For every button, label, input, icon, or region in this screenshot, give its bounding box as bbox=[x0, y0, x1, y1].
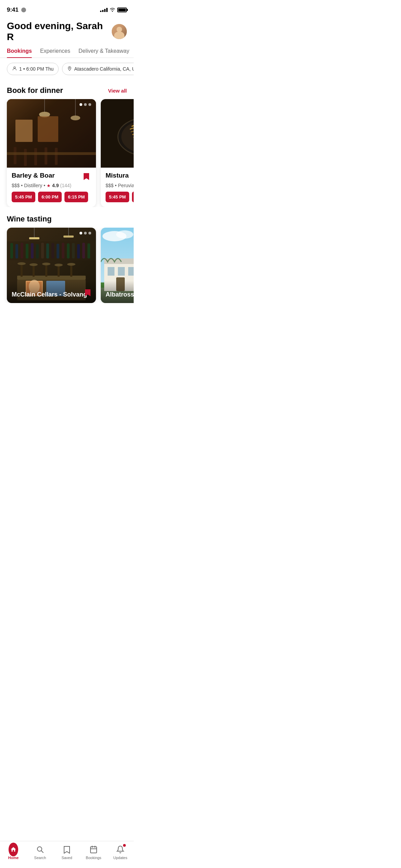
category-tabs: Bookings Experiences Delivery & Takeaway bbox=[0, 48, 134, 58]
restaurant-card-mistura[interactable]: Mistura $$$ • Peruvian • ★ 4.8 bbox=[101, 99, 134, 207]
tab-delivery[interactable]: Delivery & Takeaway bbox=[78, 48, 129, 58]
svg-rect-49 bbox=[51, 243, 54, 258]
wifi-icon bbox=[110, 7, 115, 13]
restaurant-card-barley-boar[interactable]: Barley & Boar $$$ • Distillery • ★ bbox=[7, 99, 96, 207]
mistura-meta: $$$ • Peruvian • ★ 4.8 bbox=[106, 183, 134, 188]
svg-rect-44 bbox=[26, 244, 28, 258]
wine-section-header: Wine tasting bbox=[0, 212, 134, 228]
mcclain-image: McClain Cellars - Solvang bbox=[7, 228, 96, 303]
svg-rect-41 bbox=[10, 243, 13, 258]
svg-point-0 bbox=[14, 67, 15, 69]
wine-card-albatross[interactable]: Albatross Rid... bbox=[101, 228, 134, 303]
svg-point-77 bbox=[116, 230, 133, 239]
barley-boar-image bbox=[7, 99, 96, 168]
status-icons bbox=[100, 7, 127, 13]
barley-boar-bookmark[interactable] bbox=[82, 172, 91, 181]
svg-rect-55 bbox=[82, 243, 85, 258]
header: Good evening, Sarah R bbox=[0, 17, 134, 48]
svg-rect-52 bbox=[67, 243, 70, 258]
svg-rect-43 bbox=[21, 243, 23, 258]
svg-point-31 bbox=[42, 263, 50, 265]
svg-point-1 bbox=[69, 67, 70, 68]
dinner-view-all[interactable]: View all bbox=[108, 88, 127, 94]
guests-filter[interactable]: 1 • 6:00 PM Thu bbox=[7, 63, 59, 75]
dinner-section: Book for dinner View all bbox=[0, 80, 134, 208]
svg-rect-72 bbox=[128, 267, 134, 276]
tab-bookings[interactable]: Bookings bbox=[7, 48, 32, 58]
svg-rect-28 bbox=[33, 265, 35, 277]
albatross-name: Albatross Rid... bbox=[106, 291, 134, 298]
barley-boar-meta: $$$ • Distillery • ★ 4.9 (144) bbox=[12, 183, 91, 188]
svg-rect-48 bbox=[46, 243, 49, 258]
tab-experiences[interactable]: Experiences bbox=[40, 48, 70, 58]
svg-rect-15 bbox=[7, 99, 96, 168]
mistura-name: Mistura bbox=[106, 172, 129, 179]
svg-point-27 bbox=[17, 262, 26, 265]
svg-rect-26 bbox=[21, 264, 23, 277]
wine-cards: McClain Cellars - Solvang bbox=[0, 228, 134, 303]
svg-rect-30 bbox=[45, 264, 47, 277]
dinner-cards: Barley & Boar $$$ • Distillery • ★ bbox=[0, 99, 134, 207]
svg-point-33 bbox=[54, 264, 63, 266]
filter-row: 1 • 6:00 PM Thu Atascadero California, C… bbox=[0, 58, 134, 80]
svg-rect-45 bbox=[31, 243, 34, 258]
svg-rect-50 bbox=[57, 244, 59, 258]
svg-rect-58 bbox=[29, 237, 39, 239]
barley-boar-name: Barley & Boar bbox=[12, 172, 55, 179]
barley-boar-times: 5:45 PM 6:00 PM 6:15 PM bbox=[12, 192, 91, 202]
status-time: 9:41 bbox=[7, 7, 26, 13]
person-icon bbox=[12, 66, 17, 72]
mistura-times: 5:45 PM 6:15 PM bbox=[106, 192, 134, 202]
mcclain-name: McClain Cellars - Solvang bbox=[12, 291, 87, 298]
battery-icon bbox=[117, 8, 127, 12]
svg-rect-32 bbox=[58, 265, 60, 277]
svg-rect-60 bbox=[63, 236, 74, 238]
status-dot bbox=[21, 8, 26, 12]
svg-rect-46 bbox=[36, 244, 39, 258]
svg-rect-47 bbox=[41, 243, 44, 258]
avatar[interactable] bbox=[112, 24, 127, 39]
svg-rect-51 bbox=[62, 243, 64, 258]
time-slot-545[interactable]: 5:45 PM bbox=[12, 192, 35, 202]
svg-rect-71 bbox=[118, 267, 125, 276]
dinner-section-title: Book for dinner bbox=[7, 86, 63, 95]
status-bar: 9:41 bbox=[0, 0, 134, 17]
svg-rect-24 bbox=[17, 276, 86, 280]
mistura-image bbox=[101, 99, 134, 168]
location-pin-icon bbox=[67, 66, 72, 72]
mistura-time-545[interactable]: 5:45 PM bbox=[106, 192, 129, 202]
photo-dots-barley bbox=[80, 103, 91, 106]
time-slot-600[interactable]: 6:00 PM bbox=[38, 192, 62, 202]
svg-rect-54 bbox=[77, 244, 80, 258]
svg-rect-53 bbox=[72, 243, 75, 258]
signal-icon bbox=[100, 8, 108, 12]
time-slot-615[interactable]: 6:15 PM bbox=[64, 192, 88, 202]
wine-section: Wine tasting bbox=[0, 208, 134, 304]
greeting-text: Good evening, Sarah R bbox=[7, 21, 112, 43]
svg-rect-34 bbox=[70, 264, 72, 277]
mistura-time-615[interactable]: 6:15 PM bbox=[132, 192, 134, 202]
svg-point-35 bbox=[67, 263, 75, 266]
svg-rect-56 bbox=[87, 243, 90, 258]
mcclain-bookmark[interactable] bbox=[84, 289, 91, 298]
location-filter[interactable]: Atascadero California, CA, United St... bbox=[62, 63, 134, 75]
wine-section-title: Wine tasting bbox=[7, 215, 52, 224]
svg-rect-42 bbox=[15, 244, 18, 258]
svg-rect-70 bbox=[108, 267, 114, 276]
photo-dots-mcclain bbox=[80, 232, 91, 234]
guests-filter-label: 1 • 6:00 PM Thu bbox=[19, 66, 53, 72]
dinner-section-header: Book for dinner View all bbox=[0, 83, 134, 99]
wine-card-mcclain[interactable]: McClain Cellars - Solvang bbox=[7, 228, 96, 303]
location-filter-label: Atascadero California, CA, United St... bbox=[74, 66, 134, 72]
svg-point-29 bbox=[29, 263, 38, 266]
albatross-image: Albatross Rid... bbox=[101, 228, 134, 303]
